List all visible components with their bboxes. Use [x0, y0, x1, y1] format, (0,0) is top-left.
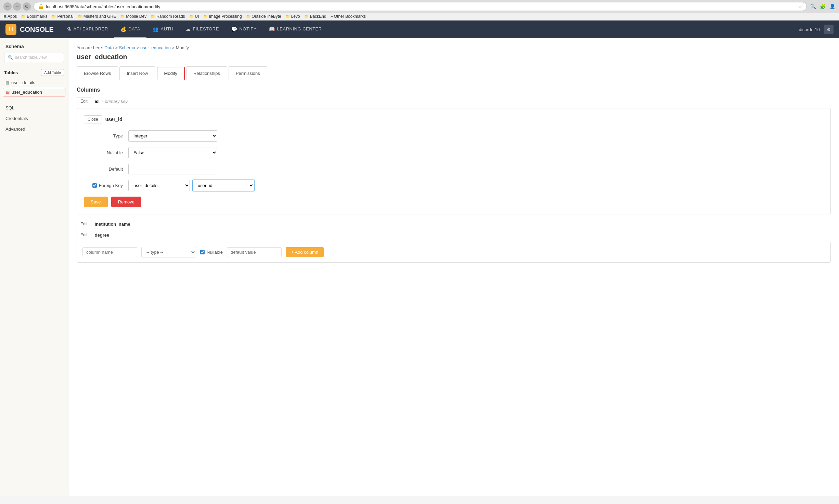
star-icon[interactable]: ☆ [798, 4, 802, 9]
column-name-institution: institution_name [95, 222, 130, 227]
tab-notify[interactable]: 💬 NOTIFY [225, 21, 263, 38]
tab-api-explorer[interactable]: ⚗ API EXPLORER [61, 21, 114, 38]
bookmark-label: Mobile Dev [126, 14, 146, 19]
bookmarks-apps[interactable]: ⊞ Apps [3, 14, 17, 19]
bookmarks-other[interactable]: » Other Bookmarks [331, 14, 366, 19]
bookmark-label: Random Reads [156, 14, 185, 19]
browser-chrome: ← → ↻ 🔒 localhost:9695/data/schema/table… [0, 0, 839, 21]
default-input[interactable] [128, 164, 217, 174]
bookmarks-image-processing[interactable]: 📁 Image Processing [203, 14, 242, 19]
tab-modify[interactable]: Modify [157, 67, 185, 80]
bookmarks-bookmarks[interactable]: 📁 Bookmarks [21, 14, 47, 19]
bookmark-label: UI [195, 14, 199, 19]
forward-button[interactable]: → [13, 2, 21, 11]
bookmark-label: Levo [291, 14, 300, 19]
bookmark-label: Personal [57, 14, 73, 19]
folder-icon: 📁 [285, 14, 290, 19]
sql-label: SQL [5, 105, 14, 110]
address-bar[interactable]: 🔒 localhost:9695/data/schema/tables/user… [34, 2, 807, 11]
back-button[interactable]: ← [3, 2, 12, 11]
apps-grid-icon: ⊞ [3, 14, 7, 19]
table-grid-icon: ▦ [5, 80, 9, 85]
bookmarks-personal[interactable]: 📁 Personal [51, 14, 73, 19]
table-name-user-details: user_details [11, 80, 35, 85]
type-select[interactable]: Integer Text Boolean Float Numeric UUID … [128, 130, 217, 142]
sidebar-item-advanced[interactable]: Advanced [0, 124, 68, 134]
tab-data[interactable]: 💰 DATA [114, 21, 146, 38]
bookmarks-outside-byte[interactable]: 📁 OutsideTheByte [246, 14, 281, 19]
sidebar-item-user-details[interactable]: ▦ user_details [0, 78, 68, 87]
breadcrumb-schema[interactable]: Schema [119, 45, 135, 50]
tab-relationships[interactable]: Relationships [186, 66, 227, 80]
bookmarks-levo[interactable]: 📁 Levo [285, 14, 300, 19]
new-column-name-input[interactable] [82, 247, 137, 257]
bookmarks-masters-gre[interactable]: 📁 Masters and GRE [78, 14, 116, 19]
search-table-view[interactable]: 🔍 search table/view [4, 53, 64, 62]
breadcrumb-data[interactable]: Data [104, 45, 114, 50]
bookmarks-mobile-dev[interactable]: 📁 Mobile Dev [120, 14, 146, 19]
foreign-key-checkbox[interactable] [92, 183, 97, 188]
breadcrumb-prefix: You are here: [77, 45, 103, 50]
data-icon: 💰 [120, 26, 127, 32]
add-column-button[interactable]: + Add column [286, 247, 324, 257]
edit-id-button[interactable]: Edit [77, 97, 91, 105]
tab-auth[interactable]: 👥 AUTH [146, 21, 180, 38]
sidebar-item-credentials[interactable]: Credentials [0, 113, 68, 124]
user-name[interactable]: disorder10 [799, 27, 820, 32]
folder-icon: 📁 [203, 14, 208, 19]
api-explorer-icon: ⚗ [67, 26, 72, 32]
new-column-default-input[interactable] [227, 247, 282, 257]
tab-filestore-label: FILESTORE [193, 26, 219, 31]
tab-insert-row[interactable]: Insert Row [119, 66, 155, 80]
breadcrumb-user-education[interactable]: user_education [140, 45, 171, 50]
bookmarks-backend[interactable]: 📁 BackEnd [304, 14, 326, 19]
tab-notify-label: NOTIFY [239, 26, 257, 31]
profile-icon[interactable]: 👤 [829, 3, 836, 10]
credentials-label: Credentials [5, 116, 28, 121]
column-panel-user-id: Close user_id Type Integer Text Boolean … [77, 108, 831, 214]
refresh-button[interactable]: ↻ [23, 2, 31, 11]
page-title: user_education [77, 53, 831, 61]
bookmark-label: Image Processing [209, 14, 242, 19]
tab-browse-rows[interactable]: Browse Rows [77, 66, 118, 80]
nullable-select[interactable]: False True [128, 147, 217, 158]
fk-selects: user_details user_education user_id id [128, 180, 254, 191]
search-icon[interactable]: 🔍 [810, 3, 816, 10]
new-column-nullable-label: Nullable [200, 250, 223, 255]
extensions-icon[interactable]: 🧩 [819, 3, 826, 10]
column-row-id: Edit id - primary key [77, 97, 831, 105]
remove-button[interactable]: Remove [111, 197, 141, 207]
tab-filestore[interactable]: ☁ FILESTORE [180, 21, 225, 38]
url-text: localhost:9695/data/schema/tables/user_e… [46, 4, 796, 9]
header-right: disorder10 ⚙ [799, 25, 834, 34]
add-table-button[interactable]: Add Table [41, 69, 64, 76]
panel-actions: Save Remove [84, 197, 824, 207]
new-column-type-select[interactable]: -- type -- Integer Text Boolean Float Nu… [141, 247, 196, 257]
settings-icon[interactable]: ⚙ [824, 25, 834, 34]
new-column-nullable-checkbox[interactable] [200, 250, 205, 254]
sidebar-item-sql[interactable]: SQL [0, 103, 68, 113]
save-button[interactable]: Save [84, 197, 108, 207]
search-icon: 🔍 [8, 55, 13, 60]
app-logo: H CONSOLE [5, 24, 54, 35]
fk-table-select[interactable]: user_details user_education [128, 180, 190, 191]
tab-bar: Browse Rows Insert Row Modify Relationsh… [77, 66, 831, 80]
close-panel-button[interactable]: Close [84, 115, 102, 123]
sidebar-item-user-education[interactable]: ▦ user_education [3, 88, 65, 96]
main-layout: Schema 🔍 search table/view Tables Add Ta… [0, 38, 839, 496]
tab-learning-center[interactable]: 📖 LEARNING CENTER [263, 21, 328, 38]
lock-icon: 🔒 [38, 4, 44, 9]
nullable-row: Nullable False True [84, 147, 824, 158]
foreign-key-label: Foreign Key [84, 183, 128, 188]
tab-permissions[interactable]: Permissions [229, 66, 267, 80]
nullable-label: Nullable [84, 150, 128, 155]
bookmarks-random-reads[interactable]: 📁 Random Reads [151, 14, 185, 19]
folder-icon: 📁 [189, 14, 194, 19]
fk-column-select[interactable]: user_id id [193, 180, 254, 191]
breadcrumb-current: Modify [176, 45, 189, 50]
bookmarks-ui[interactable]: 📁 UI [189, 14, 199, 19]
edit-institution-button[interactable]: Edit [77, 220, 91, 228]
edit-degree-button[interactable]: Edit [77, 231, 91, 239]
main-nav: ⚗ API EXPLORER 💰 DATA 👥 AUTH ☁ FILESTORE… [61, 21, 799, 38]
breadcrumb: You are here: Data > Schema > user_educa… [77, 45, 831, 50]
